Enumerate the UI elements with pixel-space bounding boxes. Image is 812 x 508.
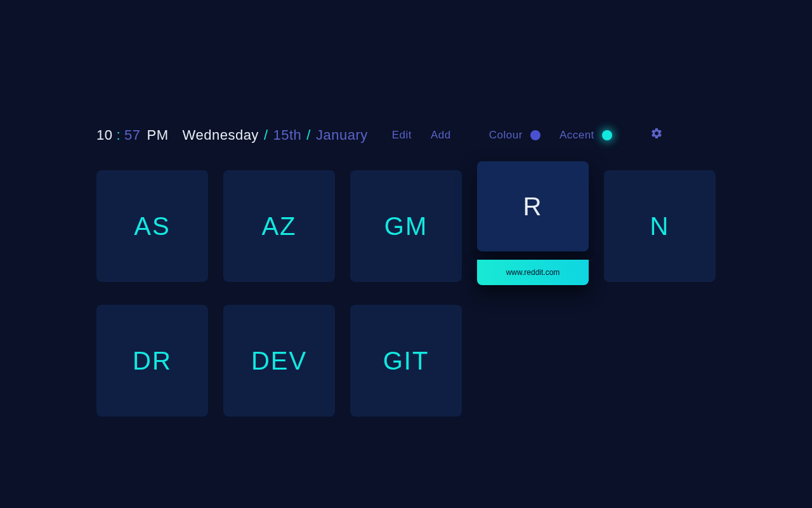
color-controls: Colour Accent [489,129,612,142]
colour-swatch[interactable] [530,130,540,140]
clock-hour: 10 [96,127,112,144]
add-link[interactable]: Add [431,129,451,142]
tile-label: AZ [261,212,296,241]
clock-colon: : [116,127,121,144]
colour-picker[interactable]: Colour [489,129,540,142]
clock-minute: 57 [124,127,140,144]
accent-swatch[interactable] [602,130,612,140]
bookmark-tile[interactable]: GM [350,170,462,282]
action-links: Edit Add [392,129,451,142]
bookmark-tile-active[interactable]: R www.reddit.com [477,166,589,285]
date-display: Wednesday / 15th / January [183,127,368,144]
date-day: 15th [273,127,302,144]
gear-icon [650,127,663,140]
bookmark-tile[interactable]: GIT [350,305,462,417]
tile-label: GM [384,212,428,241]
tile-label: N [650,212,670,241]
date-weekday: Wednesday [183,127,259,144]
tile-label: R [523,192,543,221]
bookmark-tile[interactable]: AS [96,170,208,282]
bookmark-tile[interactable]: AZ [223,170,335,282]
date-month: January [316,127,368,144]
settings-button[interactable] [650,127,663,144]
bookmark-tile[interactable]: DR [96,305,208,417]
date-separator: / [306,127,311,144]
colour-label: Colour [489,129,523,142]
date-separator: / [264,127,268,144]
tile-label: DR [133,347,172,375]
tile-label: GIT [383,347,429,375]
tile-url[interactable]: www.reddit.com [477,260,589,285]
clock: 10 : 57 PM [96,127,169,144]
edit-link[interactable]: Edit [392,129,412,142]
header-bar: 10 : 57 PM Wednesday / 15th / January Ed… [96,127,716,144]
bookmark-tile-inner[interactable]: R [477,161,589,251]
tile-grid: AS AZ GM R www.reddit.com N DR DEV GIT [96,170,716,417]
tile-label: DEV [251,347,307,375]
accent-picker[interactable]: Accent [560,129,612,142]
bookmark-tile[interactable]: N [604,170,716,282]
accent-label: Accent [560,129,594,142]
clock-ampm: PM [147,127,169,144]
tile-label: AS [134,212,170,241]
bookmark-tile[interactable]: DEV [223,305,335,417]
